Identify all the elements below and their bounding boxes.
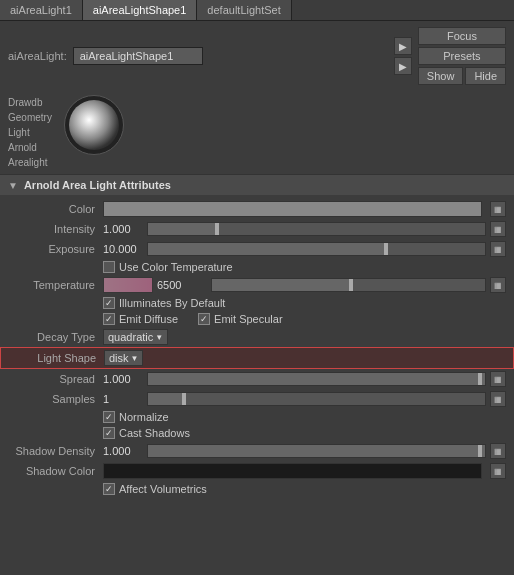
light-preview-inner: [69, 100, 119, 150]
color-content: ▦: [103, 201, 506, 217]
emit-diffuse-label: Emit Diffuse: [119, 313, 178, 325]
tab-aiareалightshape1[interactable]: aiAreaLightShape1: [83, 0, 198, 20]
cast-shadows-label: Cast Shadows: [119, 427, 190, 439]
samples-label: Samples: [8, 393, 103, 405]
light-shape-dropdown[interactable]: disk ▼: [104, 350, 143, 366]
spread-content: 1.000 ▦: [103, 371, 506, 387]
decay-type-arrow: ▼: [155, 333, 163, 342]
affect-volumetrics-label: Affect Volumetrics: [119, 483, 207, 495]
samples-row: Samples 1 ▦: [0, 389, 514, 409]
ai-area-light-input[interactable]: [73, 47, 203, 65]
samples-value: 1: [103, 393, 143, 405]
attr-content: Color ▦ Intensity 1.000 ▦ E: [0, 195, 514, 501]
light-preview: [64, 95, 124, 155]
color-swatch[interactable]: [103, 201, 482, 217]
icon-label-geometry: Geometry: [8, 110, 52, 125]
samples-slider-wrap: 1: [103, 392, 486, 406]
tab-aiarealight1[interactable]: aiAreaLight1: [0, 0, 83, 20]
use-color-temp-checkbox[interactable]: [103, 261, 115, 273]
arrow-down-btn[interactable]: ▶: [394, 57, 412, 75]
color-slider-icon[interactable]: ▦: [490, 201, 506, 217]
intensity-slider-icon[interactable]: ▦: [490, 221, 506, 237]
temperature-slider[interactable]: [211, 278, 486, 292]
exposure-value: 10.000: [103, 243, 143, 255]
emit-specular-item: Emit Specular: [198, 313, 282, 325]
temperature-slider-icon[interactable]: ▦: [490, 277, 506, 293]
samples-slider-icon[interactable]: ▦: [490, 391, 506, 407]
use-color-temp-item: Use Color Temperature: [103, 261, 233, 273]
affect-volumetrics-checkbox[interactable]: [103, 483, 115, 495]
intensity-label: Intensity: [8, 223, 103, 235]
emit-specular-checkbox[interactable]: [198, 313, 210, 325]
exposure-row: Exposure 10.000 ▦: [0, 239, 514, 259]
exposure-slider-icon[interactable]: ▦: [490, 241, 506, 257]
use-color-temp-row: Use Color Temperature: [0, 259, 514, 275]
show-button[interactable]: Show: [418, 67, 464, 85]
spread-slider[interactable]: [147, 372, 486, 386]
shadow-density-slider[interactable]: [147, 444, 486, 458]
use-color-temp-label: Use Color Temperature: [119, 261, 233, 273]
cast-shadows-checkbox[interactable]: [103, 427, 115, 439]
illuminates-row: Illuminates By Default: [0, 295, 514, 311]
illuminates-label: Illuminates By Default: [119, 297, 225, 309]
temperature-value: 6500: [157, 279, 207, 291]
shadow-density-content: 1.000 ▦: [103, 443, 506, 459]
intensity-content: 1.000 ▦: [103, 221, 506, 237]
attr-header-title: Arnold Area Light Attributes: [24, 179, 171, 191]
spread-row: Spread 1.000 ▦: [0, 369, 514, 389]
tab-bar: aiAreaLight1 aiAreaLightShape1 defaultLi…: [0, 0, 514, 21]
normalize-label: Normalize: [119, 411, 169, 423]
illuminates-item: Illuminates By Default: [103, 297, 225, 309]
hide-button[interactable]: Hide: [465, 67, 506, 85]
shadow-density-slider-wrap: 1.000: [103, 444, 486, 458]
spread-slider-icon[interactable]: ▦: [490, 371, 506, 387]
temperature-label: Temperature: [8, 279, 103, 291]
ai-area-light-label: aiAreaLight:: [8, 50, 67, 62]
shadow-color-swatch[interactable]: [103, 463, 482, 479]
decay-type-value: quadratic: [108, 331, 153, 343]
shadow-color-slider-icon[interactable]: ▦: [490, 463, 506, 479]
temperature-color-swatch: [103, 277, 153, 293]
top-buttons: Focus Presets Show Hide: [418, 27, 506, 85]
icon-label-arnold: Arnold: [8, 140, 37, 155]
normalize-checkbox[interactable]: [103, 411, 115, 423]
illuminates-checkbox[interactable]: [103, 297, 115, 309]
emit-diffuse-item: Emit Diffuse: [103, 313, 178, 325]
exposure-label: Exposure: [8, 243, 103, 255]
focus-button[interactable]: Focus: [418, 27, 506, 45]
intensity-row: Intensity 1.000 ▦: [0, 219, 514, 239]
tab-defaultlightset[interactable]: defaultLightSet: [197, 0, 291, 20]
samples-slider[interactable]: [147, 392, 486, 406]
intensity-slider[interactable]: [147, 222, 486, 236]
temperature-row: Temperature 6500 ▦: [0, 275, 514, 295]
spread-value: 1.000: [103, 373, 143, 385]
exposure-slider[interactable]: [147, 242, 486, 256]
top-left: aiAreaLight:: [8, 47, 203, 65]
emit-specular-label: Emit Specular: [214, 313, 282, 325]
samples-content: 1 ▦: [103, 391, 506, 407]
shadow-density-slider-icon[interactable]: ▦: [490, 443, 506, 459]
emit-diffuse-checkbox[interactable]: [103, 313, 115, 325]
normalize-item: Normalize: [103, 411, 169, 423]
affect-volumetrics-item: Affect Volumetrics: [103, 483, 207, 495]
light-shape-content: disk ▼: [104, 350, 505, 366]
shadow-color-row: Shadow Color ▦: [0, 461, 514, 481]
emit-row: Emit Diffuse Emit Specular: [0, 311, 514, 327]
attr-section: ▼ Arnold Area Light Attributes Color ▦ I…: [0, 174, 514, 501]
top-area: aiAreaLight: ▶ ▶ Focus Presets Show Hide: [0, 21, 514, 91]
presets-button[interactable]: Presets: [418, 47, 506, 65]
cast-shadows-item: Cast Shadows: [103, 427, 190, 439]
color-label: Color: [8, 203, 103, 215]
light-shape-label: Light Shape: [9, 352, 104, 364]
decay-type-row: Decay Type quadratic ▼: [0, 327, 514, 347]
light-shape-value: disk: [109, 352, 129, 364]
normalize-row: Normalize: [0, 409, 514, 425]
shadow-color-content: ▦: [103, 463, 506, 479]
decay-type-label: Decay Type: [8, 331, 103, 343]
attr-header[interactable]: ▼ Arnold Area Light Attributes: [0, 174, 514, 195]
temperature-content: 6500 ▦: [103, 277, 506, 293]
color-row: Color ▦: [0, 199, 514, 219]
decay-type-dropdown[interactable]: quadratic ▼: [103, 329, 168, 345]
decay-type-content: quadratic ▼: [103, 329, 506, 345]
arrow-up-btn[interactable]: ▶: [394, 37, 412, 55]
